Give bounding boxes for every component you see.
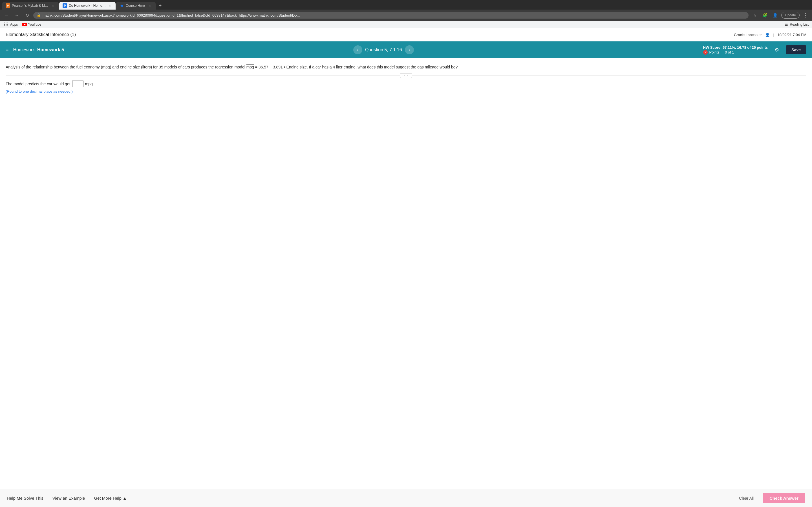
youtube-label: YouTube <box>28 22 41 26</box>
hw-score-label: HW Score: <box>703 45 722 50</box>
browser-chrome: P Pearson's MyLab & Mastering × P Do Hom… <box>0 0 812 28</box>
page-datetime: 10/02/21 7:04 PM <box>777 33 806 37</box>
homework-title-name: Homework 5 <box>37 47 64 52</box>
hw-score-value: 67.11%, 16.78 of 25 points <box>723 45 768 50</box>
hw-points-label: Points: <box>709 50 721 54</box>
tab-homework-close[interactable]: × <box>108 3 112 8</box>
tab-coursehero-title: Course Hero <box>126 4 146 8</box>
address-bar[interactable]: 🔒 mathxl.com/Student/PlayerHomework.aspx… <box>33 12 749 18</box>
tab-bar: P Pearson's MyLab & Mastering × P Do Hom… <box>0 0 812 10</box>
reading-list-button[interactable]: ☰ Reading List <box>784 22 809 27</box>
homework-header: ≡ Homework: Homework 5 ‹ Question 5, 7.1… <box>0 41 812 58</box>
main-content: Analysis of the relationship between the… <box>0 58 812 171</box>
bookmarks-bar: Apps YouTube ☰ Reading List <box>0 21 812 28</box>
update-button[interactable]: Update <box>781 12 800 18</box>
bookmark-youtube[interactable]: YouTube <box>22 22 41 26</box>
answer-prefix: The model predicts the car would get <box>6 82 70 86</box>
reload-button[interactable]: ↻ <box>23 11 31 19</box>
tab-pearson-title: Pearson's MyLab & Mastering <box>12 4 49 8</box>
tab-pearson-close[interactable]: × <box>51 3 55 8</box>
hw-score-line: HW Score: 67.11%, 16.78 of 25 points <box>703 45 768 50</box>
page-header: Elementary Statistical Inference (1) Gra… <box>0 28 812 41</box>
save-button[interactable]: Save <box>786 45 806 54</box>
settings-button[interactable]: ⚙ <box>772 45 781 54</box>
coursehero-favicon: ★ <box>119 3 124 8</box>
user-separator: | <box>773 33 774 37</box>
hw-points-line: ✕ Points: 0 of 1 <box>703 50 734 55</box>
page-title: Elementary Statistical Inference (1) <box>6 32 76 37</box>
answer-input[interactable] <box>72 80 84 87</box>
tab-pearson[interactable]: P Pearson's MyLab & Mastering × <box>2 2 59 10</box>
user-info: Gracie Lancaster 👤 | 10/02/21 7:04 PM <box>734 33 806 37</box>
homework-title-prefix: Homework: <box>13 47 36 52</box>
homework-title: Homework: Homework 5 <box>13 47 64 52</box>
forward-button[interactable]: → <box>13 11 21 19</box>
extensions-button[interactable]: 🧩 <box>761 11 769 19</box>
question-label: Question 5, 7.1.16 <box>365 47 402 52</box>
address-text: mathxl.com/Student/PlayerHomework.aspx?h… <box>43 13 745 17</box>
question-label-text: Question 5, <box>365 47 388 52</box>
score-section: HW Score: 67.11%, 16.78 of 25 points ✕ P… <box>703 45 768 55</box>
tab-coursehero-close[interactable]: × <box>148 3 152 8</box>
bookmark-apps[interactable]: Apps <box>3 22 18 27</box>
user-name: Gracie Lancaster <box>734 33 762 37</box>
mpg-overline: mpg <box>246 65 254 69</box>
homework-favicon: P <box>63 3 67 8</box>
question-divider: · · · · · <box>6 75 806 75</box>
homework-nav-center: ‹ Question 5, 7.1.16 › <box>353 45 414 54</box>
prev-question-button[interactable]: ‹ <box>353 45 362 54</box>
reading-list-icon: ☰ <box>784 22 789 27</box>
answer-row: The model predicts the car would get mpg… <box>6 80 806 87</box>
new-tab-button[interactable]: + <box>156 2 164 10</box>
reading-list-label: Reading List <box>790 22 809 26</box>
divider-handle[interactable]: · · · · · <box>400 73 412 78</box>
lock-icon: 🔒 <box>37 13 41 17</box>
tab-homework[interactable]: P Do Homework - Homework 5 × <box>59 2 116 10</box>
user-icon: 👤 <box>765 33 770 37</box>
question-text: Analysis of the relationship between the… <box>6 64 766 70</box>
question-number: 7.1.16 <box>389 47 402 52</box>
hw-points-value: 0 of 1 <box>725 50 734 54</box>
points-x-icon: ✕ <box>703 50 708 55</box>
youtube-icon <box>22 23 27 26</box>
bookmark-star-button[interactable]: ☆ <box>751 11 759 19</box>
answer-suffix: mpg. <box>85 82 94 86</box>
next-question-button[interactable]: › <box>405 45 414 54</box>
back-button[interactable]: ← <box>3 11 11 19</box>
nav-bar: ← → ↻ 🔒 mathxl.com/Student/PlayerHomewor… <box>0 10 812 21</box>
hint-text[interactable]: (Round to one decimal place as needed.) <box>6 89 806 94</box>
more-options-button[interactable]: ⋮ <box>802 12 809 18</box>
homework-menu-button[interactable]: ≡ <box>6 47 9 53</box>
pearson-favicon: P <box>6 3 10 8</box>
profile-button[interactable]: 👤 <box>771 11 779 19</box>
apps-label: Apps <box>10 22 18 26</box>
tab-homework-title: Do Homework - Homework 5 <box>69 4 106 8</box>
tab-coursehero[interactable]: ★ Course Hero × <box>116 2 156 10</box>
hint-link[interactable]: (Round to one decimal place as needed.) <box>6 89 73 94</box>
apps-grid-icon <box>3 22 9 27</box>
